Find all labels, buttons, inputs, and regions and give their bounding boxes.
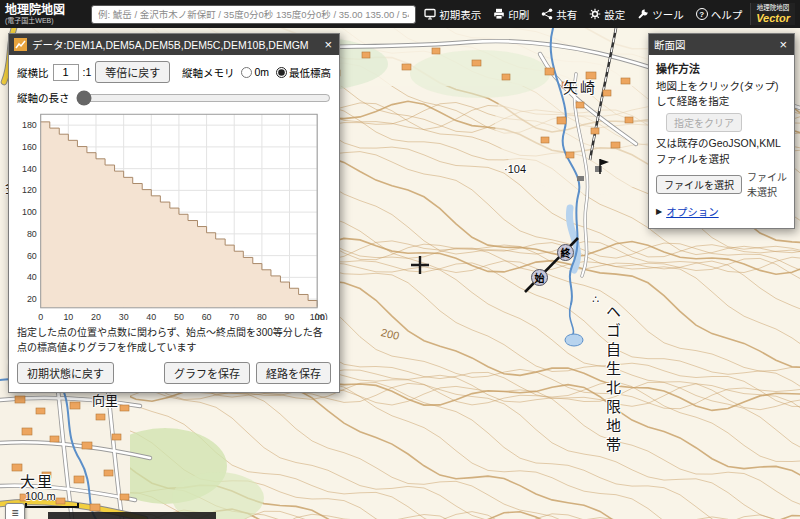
- app-subtitle: (電子国土WEB): [5, 17, 83, 24]
- vector-badge[interactable]: 地理院地図 Vector: [750, 3, 795, 25]
- nav-label: ツール: [652, 7, 684, 22]
- svg-text:80: 80: [27, 229, 37, 239]
- svg-text:40: 40: [27, 272, 37, 282]
- nav-label: 設定: [604, 7, 625, 22]
- method-title: 操作方法: [656, 61, 787, 78]
- gsi-map-app: 地理院地図 (電子国土WEB) 初期表示 印刷: [0, 0, 800, 519]
- svg-text:100: 100: [22, 207, 37, 217]
- radio-min-elevation[interactable]: [276, 67, 287, 78]
- radio-zero-label: 0m: [254, 66, 269, 78]
- header-nav: 初期表示 印刷 共有: [424, 7, 742, 22]
- route-end-marker: 終: [557, 244, 574, 261]
- choose-file-button[interactable]: ファイルを選択: [656, 175, 742, 194]
- natural-monument-symbol: ∴: [592, 293, 599, 306]
- scale-bar: [25, 503, 79, 508]
- y-length-slider[interactable]: [76, 92, 332, 104]
- search-input[interactable]: [91, 5, 416, 24]
- svg-text:50: 50: [174, 312, 184, 320]
- profile-panel-title: データ:DEM1A,DEM5A,DEM5B,DEM5C,DEM10B,DEMGM: [32, 37, 309, 52]
- save-graph-button[interactable]: グラフを保存: [164, 362, 250, 384]
- cross-panel-title: 断面図: [654, 37, 686, 52]
- settings-button[interactable]: 設定: [589, 7, 625, 22]
- svg-text:(m): (m): [314, 312, 327, 320]
- svg-text:160: 160: [22, 142, 37, 152]
- close-icon[interactable]: ×: [322, 38, 334, 51]
- tools-button[interactable]: ツール: [637, 7, 684, 22]
- pond: [565, 334, 583, 346]
- map-label-yazaki: 矢崎: [563, 76, 597, 97]
- field-patch: [410, 50, 550, 98]
- svg-text:20: 20: [27, 294, 37, 304]
- svg-text:60: 60: [202, 312, 212, 320]
- help-glyph: ?: [699, 10, 704, 19]
- attribution-bar: [48, 512, 216, 519]
- vector-badge-top: 地理院地図: [757, 4, 790, 12]
- header: 地理院地図 (電子国土WEB) 初期表示 印刷: [0, 0, 800, 28]
- cross-panel-body: 操作方法 地図上をクリック(タップ)して経路を指定 指定をクリア 又は既存のGe…: [649, 55, 794, 228]
- wrench-icon: [637, 8, 649, 20]
- svg-text:70: 70: [229, 312, 239, 320]
- aspect-ratio-input[interactable]: [53, 64, 79, 81]
- elevation-chart: 0102030405060708090100180160140120100806…: [17, 108, 331, 324]
- profile-buttons-row: 初期状態に戻す グラフを保存 経路を保存: [17, 362, 331, 384]
- file-status: ファイル未選択: [747, 170, 787, 200]
- vector-badge-main: Vector: [756, 12, 790, 24]
- clear-route-button[interactable]: 指定をクリア: [666, 113, 742, 132]
- map-label-monument-name: ヘゴ自生北限地帯: [602, 304, 623, 456]
- aspect-suffix: :1: [83, 66, 92, 78]
- help-button[interactable]: ? ヘルプ: [696, 7, 743, 22]
- map-label-osato: 大里: [20, 470, 54, 491]
- aspect-label: 縦横比: [17, 65, 49, 80]
- route-start-marker: 始: [531, 269, 548, 286]
- route-instruction: 地図上をクリック(タップ)して経路を指定: [656, 79, 787, 111]
- svg-text:60: 60: [27, 251, 37, 261]
- reset-state-button[interactable]: 初期状態に戻す: [17, 362, 114, 384]
- printer-icon: [493, 8, 505, 20]
- svg-text:140: 140: [22, 164, 37, 174]
- svg-text:30: 30: [119, 312, 129, 320]
- options-toggle[interactable]: オプション: [666, 205, 719, 221]
- app-logo[interactable]: 地理院地図 (電子国土WEB): [5, 4, 83, 25]
- file-instruction: 又は既存のGeoJSON,KMLファイルを選択: [656, 136, 787, 168]
- svg-text:20: 20: [91, 312, 101, 320]
- cross-section-panel: 断面図 × 操作方法 地図上をクリック(タップ)して経路を指定 指定をクリア 又…: [648, 33, 795, 229]
- share-icon: [541, 8, 553, 20]
- svg-text:10: 10: [63, 312, 73, 320]
- profile-panel-icon: [14, 38, 27, 51]
- profile-note: 指定した点の位置や点数に関わらず、始点～終点間を300等分した各点の標高値よりグ…: [17, 326, 331, 355]
- close-icon[interactable]: ×: [777, 38, 789, 51]
- map-menu-button[interactable]: ≡: [5, 503, 25, 519]
- gear-icon: [589, 8, 601, 20]
- aspect-row: 縦横比 :1 等倍に戻す 縦軸メモリ 0m 最低標高: [17, 61, 331, 83]
- reset-scale-button[interactable]: 等倍に戻す: [95, 61, 170, 83]
- svg-text:40: 40: [146, 312, 156, 320]
- file-row: ファイルを選択 ファイル未選択: [656, 170, 787, 200]
- radio-min-label: 最低標高: [289, 65, 331, 80]
- print-button[interactable]: 印刷: [493, 7, 529, 22]
- nav-label: 共有: [556, 7, 577, 22]
- map-label-spot-height: ·104: [504, 163, 526, 175]
- options-row: ▶ オプション: [656, 205, 787, 221]
- initial-view-button[interactable]: 初期表示: [424, 7, 481, 22]
- scale-label: 100 m: [25, 490, 79, 502]
- elevation-profile-panel: データ:DEM1A,DEM5A,DEM5B,DEM5C,DEM10B,DEMGM…: [8, 33, 340, 393]
- scale-indicator: 100 m: [25, 490, 79, 508]
- svg-text:120: 120: [22, 185, 37, 195]
- y-axis-radio-group: 縦軸メモリ 0m 最低標高: [182, 65, 331, 80]
- nav-label: ヘルプ: [711, 7, 743, 22]
- y-length-label: 縦軸の長さ: [17, 90, 70, 105]
- save-route-button[interactable]: 経路を保存: [256, 362, 331, 384]
- nav-label: 印刷: [508, 7, 529, 22]
- y-length-row: 縦軸の長さ: [17, 90, 331, 105]
- nav-label: 初期表示: [439, 7, 481, 22]
- chevron-right-icon: ▶: [656, 206, 662, 218]
- svg-text:0: 0: [38, 312, 43, 320]
- elevation-chart-svg: 0102030405060708090100180160140120100806…: [17, 108, 331, 320]
- svg-text:80: 80: [257, 312, 267, 320]
- radio-zero-meters[interactable]: [241, 67, 252, 78]
- monitor-icon: [424, 8, 436, 20]
- share-button[interactable]: 共有: [541, 7, 577, 22]
- cross-panel-titlebar[interactable]: 断面図 ×: [649, 34, 794, 55]
- profile-panel-titlebar[interactable]: データ:DEM1A,DEM5A,DEM5B,DEM5C,DEM10B,DEMGM…: [9, 34, 339, 55]
- app-title: 地理院地図: [5, 4, 83, 18]
